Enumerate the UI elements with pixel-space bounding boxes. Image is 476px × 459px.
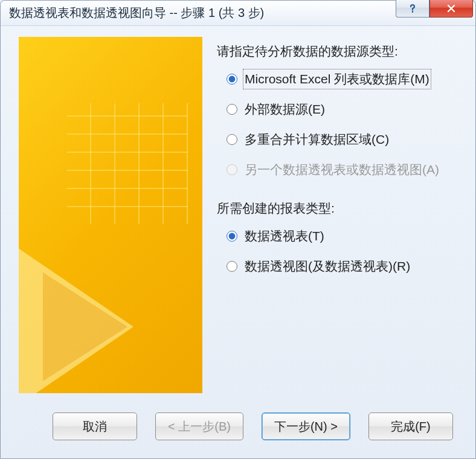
help-icon [407, 3, 418, 14]
report-type-group: 数据透视表(T) 数据透视图(及数据透视表)(R) [217, 228, 457, 275]
radio-pivot-table[interactable]: 数据透视表(T) [227, 228, 457, 245]
radio-pivot-chart-label: 数据透视图(及数据透视表)(R) [245, 258, 410, 275]
source-type-group: Microsoft Excel 列表或数据库(M) 外部数据源(E) 多重合并计… [217, 71, 457, 178]
radio-excel-list[interactable]: Microsoft Excel 列表或数据库(M) [227, 71, 457, 88]
finish-button[interactable]: 完成(F) [368, 412, 453, 440]
radio-pivot-chart-input[interactable] [227, 261, 237, 272]
wizard-dialog: 数据透视表和数据透视图向导 -- 步骤 1 (共 3 步) 请指定待分析数据的数… [0, 0, 476, 459]
source-type-label: 请指定待分析数据的数据源类型: [217, 43, 457, 60]
radio-another-input [227, 164, 237, 175]
form-pane: 请指定待分析数据的数据源类型: Microsoft Excel 列表或数据库(M… [217, 37, 457, 398]
dialog-content: 请指定待分析数据的数据源类型: Microsoft Excel 列表或数据库(M… [1, 26, 475, 404]
wizard-illustration [19, 37, 202, 393]
radio-multi-label: 多重合并计算数据区域(C) [245, 131, 389, 148]
radio-external[interactable]: 外部数据源(E) [227, 101, 457, 118]
window-controls [396, 1, 475, 25]
titlebar: 数据透视表和数据透视图向导 -- 步骤 1 (共 3 步) [1, 1, 475, 26]
close-button[interactable] [429, 0, 473, 18]
radio-external-label: 外部数据源(E) [245, 101, 325, 118]
radio-pivot-table-label: 数据透视表(T) [245, 228, 324, 245]
radio-excel-label: Microsoft Excel 列表或数据库(M) [245, 71, 429, 88]
radio-another-label: 另一个数据透视表或数据透视图(A) [245, 161, 439, 178]
radio-pivot-chart[interactable]: 数据透视图(及数据透视表)(R) [227, 258, 457, 275]
radio-another: 另一个数据透视表或数据透视图(A) [227, 161, 457, 178]
report-type-label: 所需创建的报表类型: [217, 200, 457, 217]
help-button[interactable] [396, 0, 429, 18]
radio-multi-input[interactable] [227, 134, 237, 145]
back-button: < 上一步(B) [155, 412, 243, 440]
next-button[interactable]: 下一步(N) > [262, 412, 350, 440]
radio-excel-input[interactable] [227, 74, 237, 85]
dialog-footer: 取消 < 上一步(B) 下一步(N) > 完成(F) [1, 404, 475, 458]
close-icon [446, 3, 457, 14]
dialog-title: 数据透视表和数据透视图向导 -- 步骤 1 (共 3 步) [9, 5, 396, 21]
cancel-button[interactable]: 取消 [53, 412, 137, 440]
radio-multi[interactable]: 多重合并计算数据区域(C) [227, 131, 457, 148]
radio-external-input[interactable] [227, 104, 237, 115]
radio-pivot-table-input[interactable] [227, 231, 237, 242]
